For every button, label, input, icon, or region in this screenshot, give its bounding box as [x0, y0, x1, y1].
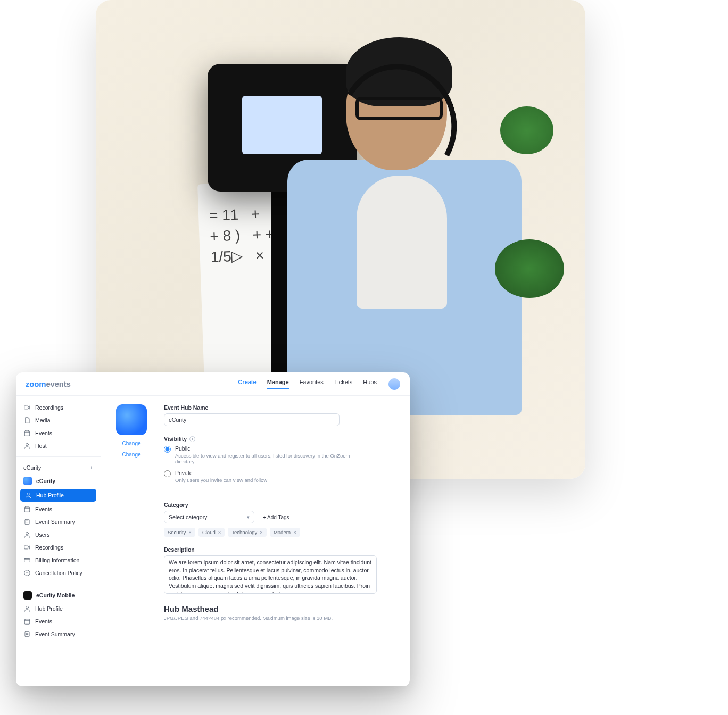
svg-point-10 — [26, 606, 29, 609]
plant-icon — [500, 106, 553, 154]
tag-chip: Security× — [164, 528, 195, 537]
video-icon — [23, 544, 31, 551]
hub-title: eCurity — [36, 478, 55, 484]
sidebar-label: Recordings — [35, 404, 63, 411]
avatar[interactable] — [388, 378, 400, 390]
add-tags-link[interactable]: + Add Tags — [263, 514, 289, 520]
policy-icon — [23, 569, 31, 577]
sidebar-label: Recordings — [35, 544, 63, 551]
summary-icon — [23, 630, 31, 638]
svg-rect-11 — [24, 619, 29, 624]
svg-rect-5 — [25, 519, 29, 524]
svg-rect-12 — [25, 631, 29, 636]
sidebar-item-host[interactable]: Host — [16, 439, 101, 452]
user-icon — [23, 605, 31, 612]
sidebar-item-hub-profile[interactable]: Hub Profile — [16, 602, 101, 615]
sidebar-item-events[interactable]: Events — [16, 615, 101, 628]
sidebar-label: Host — [35, 443, 47, 449]
visibility-public-row[interactable]: Public Accessible to view and register t… — [164, 445, 398, 464]
user-icon — [23, 531, 31, 538]
calendar-icon — [23, 618, 31, 625]
sidebar-label: Event Summary — [35, 519, 75, 525]
visibility-private-radio[interactable] — [164, 470, 171, 477]
masthead-hint: JPG/JPEG and 744×484 px recommended. Max… — [164, 615, 398, 621]
divider — [16, 456, 101, 457]
svg-rect-4 — [24, 507, 29, 512]
sidebar-group-header[interactable]: eCurity + — [16, 461, 101, 474]
sidebar-item-users[interactable]: Users — [16, 528, 101, 541]
hub-thumbnail-image — [116, 404, 147, 435]
public-label: Public — [175, 445, 356, 452]
private-description: Only users you invite can view and follo… — [175, 477, 267, 483]
user-icon — [24, 492, 32, 499]
nav-favorites[interactable]: Favorites — [300, 379, 324, 389]
svg-point-2 — [26, 443, 29, 446]
topbar: zoomevents Create Manage Favorites Ticke… — [16, 372, 410, 396]
visibility-public-radio[interactable] — [164, 446, 171, 453]
public-description: Accessible to view and register to all u… — [175, 453, 356, 464]
sidebar-hub-ecurity[interactable]: eCurity — [16, 474, 101, 488]
hub-title: eCurity Mobile — [36, 592, 75, 598]
nav-create[interactable]: Create — [238, 379, 256, 389]
sidebar-label: Events — [35, 618, 52, 625]
sidebar-label: Billing Information — [35, 557, 79, 563]
sidebar-item-events[interactable]: Events — [16, 427, 101, 439]
sidebar-label: Events — [35, 430, 52, 436]
sidebar-item-media[interactable]: Media — [16, 414, 101, 427]
nav-tickets[interactable]: Tickets — [334, 379, 352, 389]
description-textarea[interactable] — [164, 555, 377, 594]
calendar-icon — [23, 505, 31, 513]
app-logo: zoomevents — [26, 379, 71, 388]
sidebar-item-hub-profile[interactable]: Hub Profile — [20, 489, 96, 502]
plus-icon[interactable]: + — [90, 464, 93, 471]
svg-rect-8 — [24, 559, 30, 562]
category-label: Category — [164, 502, 398, 508]
hub-name-input[interactable] — [164, 413, 340, 426]
private-label: Private — [175, 470, 267, 476]
tag-chip: Modern× — [270, 528, 300, 537]
summary-icon — [23, 518, 31, 526]
info-icon[interactable]: i — [189, 436, 195, 442]
sidebar-item-recordings[interactable]: Recordings — [16, 401, 101, 414]
svg-rect-7 — [24, 546, 28, 549]
description-label: Description — [164, 546, 398, 553]
sidebar-item-billing[interactable]: Billing Information — [16, 554, 101, 567]
nav-manage[interactable]: Manage — [267, 379, 289, 389]
sidebar-label: Users — [35, 531, 49, 538]
svg-rect-1 — [24, 431, 29, 436]
visibility-label: Visibility — [164, 436, 187, 442]
sidebar-hub-ecurity-mobile[interactable]: eCurity Mobile — [16, 588, 101, 602]
svg-rect-0 — [24, 406, 28, 409]
sidebar-item-events[interactable]: Events — [16, 503, 101, 516]
nav-hubs[interactable]: Hubs — [363, 379, 377, 389]
video-icon — [23, 404, 31, 411]
sidebar-item-event-summary[interactable]: Event Summary — [16, 628, 101, 641]
app-window: zoomevents Create Manage Favorites Ticke… — [16, 372, 410, 686]
category-select[interactable]: Select category ▾ — [164, 511, 254, 523]
tag-chip: Cloud× — [198, 528, 225, 537]
sidebar-label: Events — [35, 506, 52, 512]
sidebar-item-cancellation[interactable]: Cancellation Policy — [16, 567, 101, 579]
hub-profile-form: Event Hub Name Visibility i Public Acces… — [164, 404, 398, 686]
sidebar-item-recordings[interactable]: Recordings — [16, 541, 101, 554]
sidebar-label: Hub Profile — [36, 492, 64, 498]
user-icon — [23, 442, 31, 450]
sidebar-item-event-summary[interactable]: Event Summary — [16, 516, 101, 528]
close-icon[interactable]: × — [293, 529, 296, 535]
hub-thumbnail-icon — [23, 477, 32, 485]
change-thumbnail-link[interactable]: Change — [113, 452, 150, 458]
plant-icon — [495, 239, 564, 298]
close-icon[interactable]: × — [218, 529, 221, 535]
masthead-title: Hub Masthead — [164, 604, 398, 613]
category-placeholder: Select category — [169, 514, 207, 520]
logo-events-text: events — [46, 379, 70, 388]
sidebar-label: Cancellation Policy — [35, 570, 82, 576]
visibility-private-row[interactable]: Private Only users you invite can view a… — [164, 470, 398, 483]
close-icon[interactable]: × — [188, 529, 192, 535]
divider — [16, 584, 101, 584]
hub-name-label: Event Hub Name — [164, 404, 398, 411]
close-icon[interactable]: × — [260, 529, 263, 535]
tag-chip: Technology× — [228, 528, 267, 537]
change-thumbnail-link[interactable]: Change — [113, 440, 150, 446]
svg-point-3 — [27, 493, 30, 495]
